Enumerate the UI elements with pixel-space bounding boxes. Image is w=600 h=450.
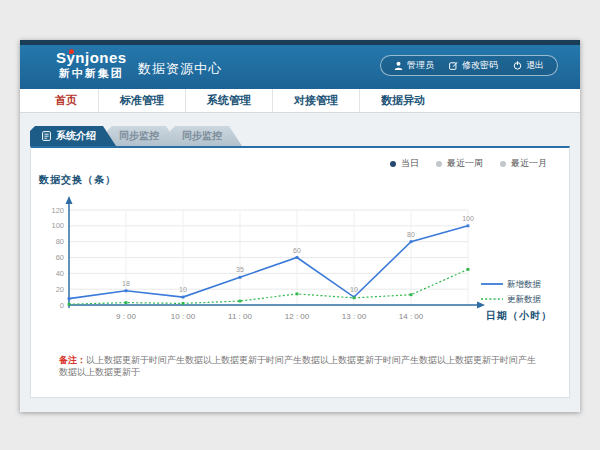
- tab-label: 同步监控: [119, 129, 159, 143]
- nav-item-home[interactable]: 首页: [34, 89, 98, 112]
- nav-item-data-change[interactable]: 数据异动: [359, 89, 446, 112]
- radio-dot-icon: [436, 161, 442, 167]
- tab-bar: 系统介绍 同步监控 同步监控: [30, 126, 570, 146]
- logout-button[interactable]: 退出: [513, 59, 544, 72]
- filter-last-week[interactable]: 最近一周: [436, 157, 483, 170]
- filter-today[interactable]: 当日: [390, 157, 419, 170]
- tab-sync-monitor-2[interactable]: 同步监控: [170, 126, 242, 146]
- footnote-text: 以上数据更新于时间产生数据以上数据更新于时间产生数据以上数据更新于时间产生数据以…: [59, 355, 536, 377]
- svg-text:60: 60: [293, 247, 301, 254]
- power-icon: [513, 61, 522, 70]
- svg-text:日期（小时）: 日期（小时）: [486, 310, 552, 321]
- footnote-prefix: 备注：: [59, 355, 86, 365]
- logo-text-cn: 新中新集团: [56, 67, 127, 79]
- filter-last-month[interactable]: 最近一月: [500, 157, 547, 170]
- user-menu: 管理员 修改密码 退出: [380, 55, 558, 76]
- svg-text:80: 80: [407, 231, 415, 238]
- svg-text:35: 35: [236, 266, 244, 273]
- svg-text:13 : 00: 13 : 00: [342, 312, 367, 321]
- svg-text:9 : 00: 9 : 00: [116, 312, 137, 321]
- svg-text:10 : 00: 10 : 00: [171, 312, 196, 321]
- svg-text:100: 100: [462, 215, 474, 222]
- svg-text:100: 100: [51, 221, 64, 230]
- document-icon: [42, 131, 51, 141]
- svg-text:60: 60: [56, 253, 64, 262]
- svg-text:新增数据: 新增数据: [507, 279, 542, 289]
- svg-text:10: 10: [350, 286, 358, 293]
- svg-text:11 : 00: 11 : 00: [228, 312, 252, 321]
- svg-text:10: 10: [179, 286, 187, 293]
- time-range-filters: 当日 最近一周 最近一月: [390, 157, 547, 170]
- svg-text:120: 120: [51, 206, 64, 215]
- y-axis-title: 数据交换（条）: [39, 173, 116, 187]
- main-nav: 首页 标准管理 系统管理 对接管理 数据异动: [20, 89, 580, 113]
- company-logo: Synjones 新中新集团: [56, 50, 127, 79]
- footnote: 备注：以上数据更新于时间产生数据以上数据更新于时间产生数据以上数据更新于时间产生…: [59, 355, 537, 378]
- svg-text:12 : 00: 12 : 00: [285, 312, 310, 321]
- svg-text:80: 80: [56, 237, 64, 246]
- app-header: Synjones 新中新集团 数据资源中心 管理员 修改密码 退出: [20, 45, 580, 89]
- user-icon: [394, 61, 403, 70]
- svg-text:18: 18: [122, 280, 130, 287]
- svg-text:0: 0: [60, 301, 64, 310]
- chart-panel: 当日 最近一周 最近一月 数据交换（条） 0204060801001209 : …: [30, 146, 570, 398]
- tab-label: 系统介绍: [56, 129, 96, 143]
- user-menu-admin[interactable]: 管理员: [394, 59, 434, 72]
- tab-system-intro[interactable]: 系统介绍: [30, 126, 116, 146]
- svg-text:20: 20: [56, 285, 64, 294]
- logo-text-en: Synjones: [56, 50, 127, 67]
- nav-item-standard-mgmt[interactable]: 标准管理: [98, 89, 185, 112]
- svg-text:更新数据: 更新数据: [507, 294, 542, 304]
- radio-dot-icon: [390, 161, 396, 167]
- tab-label: 同步监控: [182, 129, 222, 143]
- edit-icon: [449, 61, 458, 70]
- app-window: Synjones 新中新集团 数据资源中心 管理员 修改密码 退出 首页 标准管…: [20, 40, 580, 412]
- radio-dot-icon: [500, 161, 506, 167]
- svg-text:14 : 00: 14 : 00: [399, 312, 424, 321]
- nav-item-interface-mgmt[interactable]: 对接管理: [272, 89, 359, 112]
- page-title: 数据资源中心: [138, 60, 222, 78]
- tab-sync-monitor-1[interactable]: 同步监控: [107, 126, 179, 146]
- nav-item-system-mgmt[interactable]: 系统管理: [185, 89, 272, 112]
- line-chart: 0204060801001209 : 0010 : 0011 : 0012 : …: [31, 188, 571, 328]
- change-password-button[interactable]: 修改密码: [449, 59, 498, 72]
- logo-flame-icon: [69, 49, 74, 54]
- svg-text:40: 40: [56, 269, 64, 278]
